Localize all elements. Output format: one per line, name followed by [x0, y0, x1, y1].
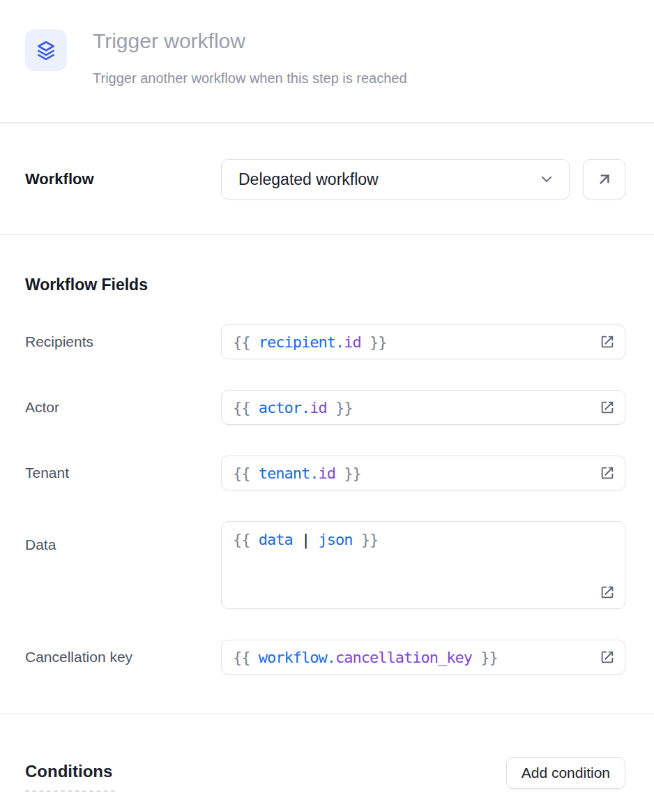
workflow-fields-rows: Recipients{{ recipient.id }}Actor{{ acto… [25, 324, 625, 675]
conditions-section: Conditions Add condition [0, 714, 654, 792]
liquid-template-value: {{ data | json }} [233, 531, 378, 548]
step-header: Trigger workflow Trigger another workflo… [0, 0, 654, 123]
workflow-fields-heading: Workflow Fields [25, 275, 625, 294]
field-label: Actor [25, 399, 221, 416]
field-template-input[interactable]: {{ recipient.id }} [221, 324, 625, 359]
field-template-input[interactable]: {{ workflow.cancellation_key }} [221, 640, 625, 675]
open-workflow-button[interactable] [583, 159, 625, 200]
chevron-down-icon [538, 171, 555, 188]
external-link-icon[interactable] [600, 649, 615, 665]
workflow-field-row: Actor{{ actor.id }} [25, 390, 625, 425]
conditions-heading: Conditions [25, 761, 115, 792]
field-template-input[interactable]: {{ data | json }} [221, 521, 625, 609]
field-template-input[interactable]: {{ actor.id }} [221, 390, 625, 425]
workflow-select-value: Delegated workflow [238, 170, 379, 189]
workflow-select-label: Workflow [25, 170, 221, 188]
arrow-up-right-icon [595, 170, 614, 188]
liquid-template-value: {{ workflow.cancellation_key }} [233, 649, 498, 666]
field-label: Cancellation key [25, 649, 221, 666]
external-link-icon[interactable] [600, 334, 615, 349]
workflow-field-row: Data{{ data | json }} [25, 521, 625, 609]
workflow-field-row: Cancellation key{{ workflow.cancellation… [25, 640, 625, 675]
field-template-input[interactable]: {{ tenant.id }} [221, 456, 625, 490]
field-label: Tenant [25, 465, 221, 481]
workflow-field-row: Recipients{{ recipient.id }} [25, 324, 625, 359]
external-link-icon[interactable] [600, 465, 615, 481]
workflow-select-section: Workflow Delegated workflow [0, 123, 654, 235]
field-label: Data [25, 521, 221, 553]
field-label: Recipients [25, 333, 221, 350]
step-header-text: Trigger workflow Trigger another workflo… [93, 29, 407, 87]
page-subtitle: Trigger another workflow when this step … [93, 70, 407, 87]
liquid-template-value: {{ actor.id }} [233, 399, 352, 416]
workflow-select[interactable]: Delegated workflow [221, 159, 570, 200]
liquid-template-value: {{ recipient.id }} [233, 333, 386, 351]
page-title: Trigger workflow [93, 29, 407, 53]
add-condition-button[interactable]: Add condition [506, 757, 625, 789]
step-icon-badge [25, 29, 67, 71]
external-link-icon[interactable] [600, 400, 615, 415]
external-link-icon[interactable] [600, 585, 615, 600]
workflow-field-row: Tenant{{ tenant.id }} [25, 456, 625, 490]
layers-icon [35, 39, 57, 61]
liquid-template-value: {{ tenant.id }} [233, 465, 361, 482]
workflow-fields-section: Workflow Fields Recipients{{ recipient.i… [0, 235, 654, 714]
